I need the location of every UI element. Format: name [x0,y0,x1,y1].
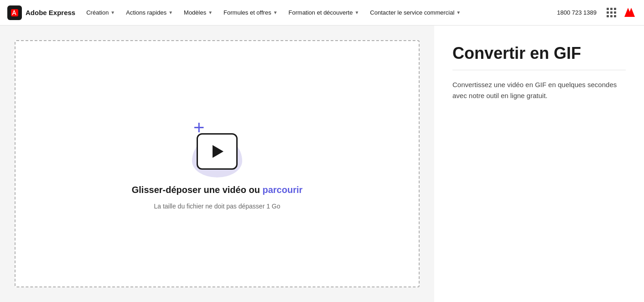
chevron-down-icon: ▼ [110,10,115,15]
dropzone-section: + Glisser-déposer une vidéo ou parcourir… [0,26,434,302]
divider [452,70,626,70]
play-icon [213,145,223,158]
chevron-down-icon: ▼ [273,10,278,15]
nav-item-modeles[interactable]: Modèles ▼ [178,0,218,26]
logo-icon [7,5,22,20]
dropzone-subtext: La taille du fichier ne doit pas dépasse… [154,203,280,210]
video-icon [197,133,238,170]
main-container: + Glisser-déposer une vidéo ou parcourir… [0,26,644,302]
page-title: Convertir en GIF [452,44,626,62]
svg-rect-0 [11,9,18,16]
apps-grid-icon[interactable] [604,5,618,20]
logo-text: Adobe Express [26,9,75,16]
right-panel: Convertir en GIF Convertissez une vidéo … [434,26,644,302]
nav-item-contact[interactable]: Contacter le service commercial ▼ [364,0,466,26]
nav-item-formation[interactable]: Formation et découverte ▼ [283,0,365,26]
main-nav: Adobe Express Création ▼ Actions rapides… [0,0,644,26]
plus-icon: + [193,118,205,137]
dropzone-main-text: Glisser-déposer une vidéo ou parcourir [132,185,303,195]
chevron-down-icon: ▼ [168,10,173,15]
browse-link[interactable]: parcourir [262,185,302,195]
chevron-down-icon: ▼ [456,10,461,15]
page-description: Convertissez une vidéo en GIF en quelque… [452,79,626,101]
nav-item-formules[interactable]: Formules et offres ▼ [218,0,283,26]
dropzone-box[interactable]: + Glisser-déposer une vidéo ou parcourir… [15,40,420,287]
chevron-down-icon: ▼ [354,10,359,15]
nav-item-creation[interactable]: Création ▼ [81,0,120,26]
phone-number: 1800 723 1389 [557,9,597,16]
adobe-icon[interactable] [622,5,637,20]
nav-menu: Création ▼ Actions rapides ▼ Modèles ▼ F… [81,0,551,26]
nav-item-actions-rapides[interactable]: Actions rapides ▼ [120,0,178,26]
chevron-down-icon: ▼ [208,10,213,15]
dropzone-icon-wrap: + [185,118,249,177]
logo-link[interactable]: Adobe Express [7,5,75,20]
